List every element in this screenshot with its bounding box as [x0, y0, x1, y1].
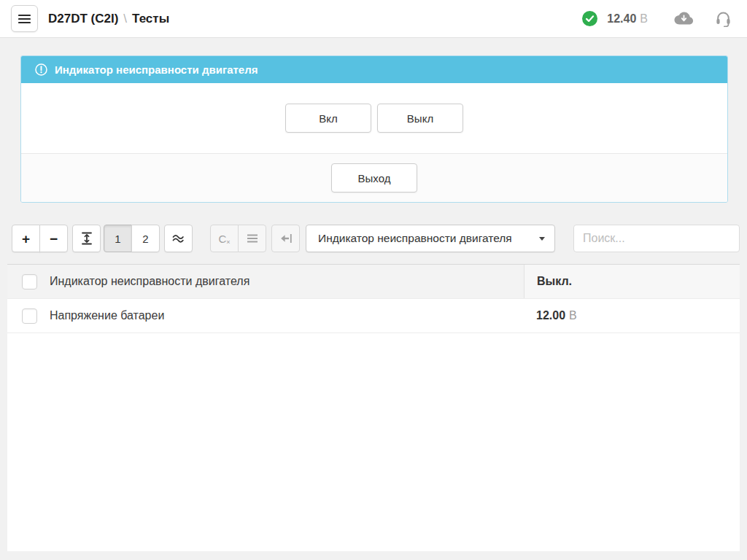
top-bar: D27DT (C2I) \ Тесты 12.40В: [0, 0, 747, 38]
connection-ok-icon: [582, 11, 597, 26]
page-1-button[interactable]: 1: [104, 225, 132, 252]
off-button[interactable]: Выкл: [377, 104, 463, 133]
text-height-icon: [81, 232, 93, 245]
test-panel: Индикатор неисправности двигателя Вкл Вы…: [20, 55, 728, 203]
test-panel-header: Индикатор неисправности двигателя: [21, 56, 727, 83]
breadcrumb-section: Тесты: [132, 12, 169, 26]
battery-voltage-indicator: 12.40В: [607, 12, 648, 26]
breadcrumb: D27DT (C2I) \ Тесты: [48, 12, 169, 26]
menu-button[interactable]: [11, 5, 38, 32]
wave-icon: [172, 233, 185, 244]
parameter-value: 12.00: [536, 309, 565, 322]
zoom-in-button[interactable]: +: [12, 225, 40, 252]
parameter-value: Выкл.: [537, 275, 572, 288]
test-panel-title: Индикатор неисправности двигателя: [55, 63, 258, 76]
test-select-dropdown[interactable]: Индикатор неисправности двигателя: [306, 225, 555, 252]
zoom-button-group: + −: [12, 225, 68, 252]
graph-wave-button[interactable]: [164, 225, 193, 252]
page-button-group: 1 2: [104, 225, 160, 252]
page-2-button[interactable]: 2: [131, 225, 160, 252]
list-view-button[interactable]: [238, 225, 266, 252]
chevron-down-icon: [539, 237, 545, 241]
parameter-name: Индикатор неисправности двигателя: [50, 275, 249, 288]
test-select-value: Индикатор неисправности двигателя: [318, 232, 512, 245]
zoom-out-button[interactable]: −: [39, 225, 68, 252]
row-checkbox[interactable]: [22, 274, 37, 289]
topbar-status-area: 12.40В: [582, 11, 731, 27]
parameter-name-cell: Индикатор неисправности двигателя: [7, 265, 524, 298]
text-height-button[interactable]: [72, 225, 101, 252]
clear-values-icon: C: [218, 233, 226, 245]
test-panel-footer: Выход: [21, 154, 727, 202]
table-row[interactable]: Индикатор неисправности двигателя Выкл.: [7, 265, 740, 299]
voltage-unit: В: [640, 12, 648, 25]
headset-icon[interactable]: [716, 11, 731, 27]
parameter-unit: В: [569, 309, 577, 322]
breadcrumb-separator: \: [123, 12, 127, 26]
breadcrumb-model: D27DT (C2I): [48, 12, 118, 26]
on-button[interactable]: Вкл: [285, 104, 371, 133]
test-panel-body: Вкл Выкл: [21, 83, 727, 154]
search-input[interactable]: [573, 225, 740, 252]
parameter-name-cell: Напряжение батареи: [7, 299, 524, 332]
collapse-button[interactable]: [271, 225, 300, 252]
parameter-name: Напряжение батареи: [50, 309, 164, 322]
exit-button[interactable]: Выход: [331, 163, 417, 192]
clear-values-button[interactable]: C×: [210, 225, 239, 252]
clear-list-button-group: C×: [210, 225, 266, 252]
cloud-download-icon[interactable]: [674, 12, 694, 26]
row-checkbox[interactable]: [22, 308, 37, 324]
parameter-value-cell: 12.00 В: [524, 299, 740, 332]
parameter-value-cell: Выкл.: [524, 265, 740, 298]
info-icon: [35, 63, 47, 76]
toolbar: + − 1 2 C× Индикатор неисправности двига…: [12, 225, 740, 252]
hamburger-icon: [18, 14, 31, 24]
voltage-value: 12.40: [607, 12, 636, 25]
parameter-table: Индикатор неисправности двигателя Выкл. …: [7, 264, 740, 551]
table-row[interactable]: Напряжение батареи 12.00 В: [7, 299, 740, 333]
list-icon: [247, 234, 258, 243]
arrow-to-left-icon: [280, 233, 292, 244]
